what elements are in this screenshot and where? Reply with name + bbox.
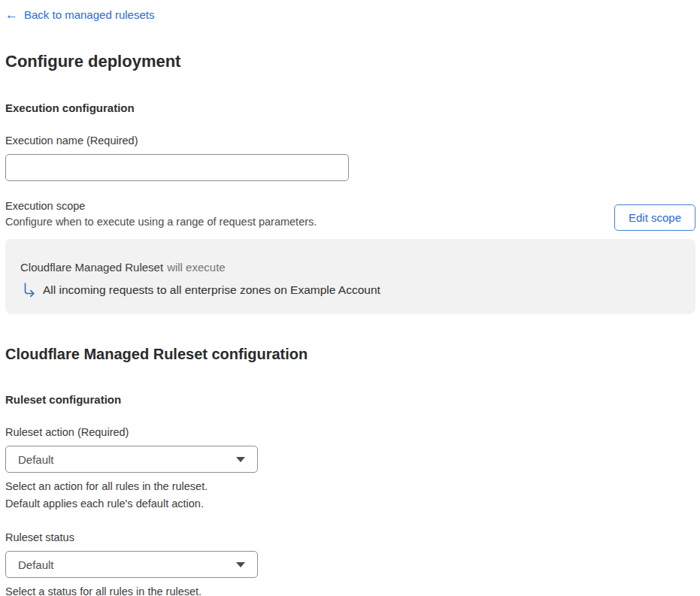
caret-down-icon: [236, 562, 245, 567]
ruleset-action-help: Select an action for all rules in the ru…: [5, 478, 695, 512]
back-to-managed-rulesets-link[interactable]: ← Back to managed rulesets: [5, 8, 154, 21]
ruleset-status-help-line: Select a status for all rules in the rul…: [5, 583, 695, 596]
ruleset-status-selected-value: Default: [18, 558, 54, 571]
corner-down-right-arrow-icon: [23, 283, 36, 298]
scope-summary-suffix: will execute: [167, 261, 226, 274]
ruleset-action-selected-value: Default: [18, 453, 54, 466]
configure-deployment-page: ← Back to managed rulesets Configure dep…: [0, 0, 700, 596]
ruleset-action-label: Ruleset action (Required): [5, 426, 695, 438]
ruleset-action-help-line: Select an action for all rules in the ru…: [5, 478, 695, 495]
edit-scope-button[interactable]: Edit scope: [614, 204, 695, 231]
execution-name-label: Execution name (Required): [5, 135, 695, 147]
execution-scope-row: Execution scope Configure when to execut…: [5, 200, 695, 231]
execution-configuration-heading: Execution configuration: [5, 101, 695, 114]
ruleset-action-help-line: Default applies each rule's default acti…: [5, 495, 695, 513]
execution-scope-text: Execution scope Configure when to execut…: [5, 200, 317, 228]
ruleset-action-select[interactable]: Default: [5, 446, 258, 473]
execution-name-input[interactable]: [5, 154, 349, 181]
ruleset-status-label: Ruleset status: [5, 531, 695, 543]
scope-summary-target: All incoming requests to all enterprise …: [43, 283, 380, 297]
ruleset-configuration-subheading: Ruleset configuration: [5, 393, 695, 406]
back-link-label: Back to managed rulesets: [24, 8, 154, 21]
page-title: Configure deployment: [5, 52, 695, 71]
scope-summary-ruleset-name: Cloudflare Managed Ruleset: [20, 261, 163, 274]
execution-scope-label: Execution scope: [5, 200, 317, 212]
ruleset-configuration-main-heading: Cloudflare Managed Ruleset configuration: [5, 346, 695, 363]
scope-summary-line: Cloudflare Managed Rulesetwill execute: [20, 261, 680, 274]
left-arrow-icon: ←: [5, 8, 18, 21]
scope-summary-target-line: All incoming requests to all enterprise …: [20, 283, 680, 298]
execution-scope-description: Configure when to execute using a range …: [5, 216, 317, 228]
ruleset-status-help: Select a status for all rules in the rul…: [5, 583, 695, 596]
ruleset-status-select[interactable]: Default: [5, 551, 258, 578]
scope-summary-panel: Cloudflare Managed Rulesetwill execute A…: [5, 239, 695, 314]
caret-down-icon: [236, 457, 245, 462]
